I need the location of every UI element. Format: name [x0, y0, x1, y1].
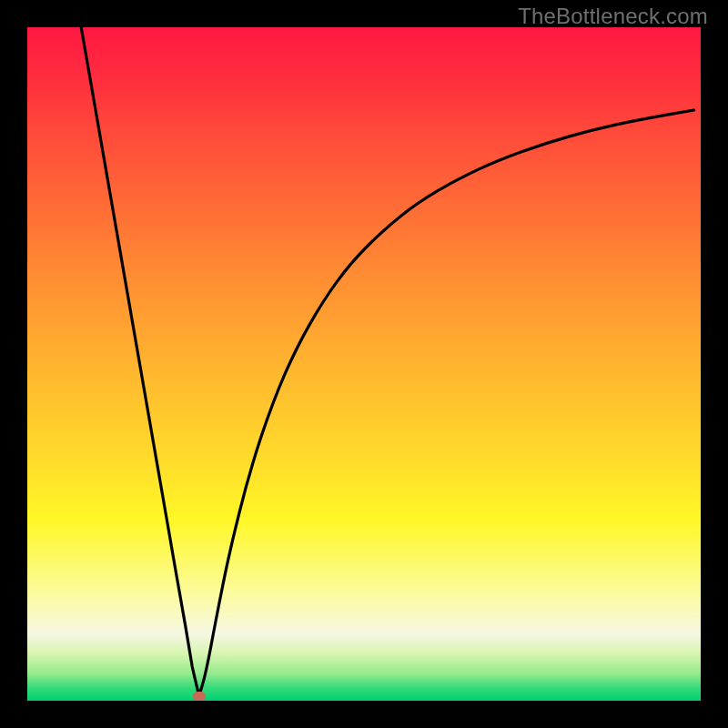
chart-frame: TheBottleneck.com	[0, 0, 728, 728]
optimum-marker	[193, 692, 206, 701]
bottleneck-curve	[27, 27, 701, 701]
watermark-text: TheBottleneck.com	[518, 4, 708, 29]
plot-area	[27, 27, 701, 701]
curve-path	[81, 27, 693, 696]
